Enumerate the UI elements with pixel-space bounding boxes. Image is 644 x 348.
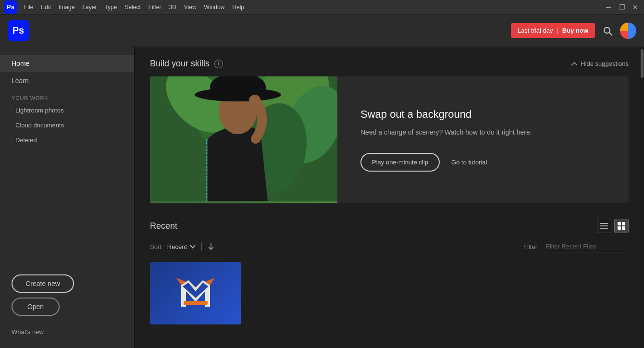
main-header: Ps Last trial day | Buy now (0, 14, 644, 47)
go-to-tutorial-button[interactable]: Go to tutorial (451, 159, 487, 166)
sidebar: Home Learn YOUR WORK Lightroom photos Cl… (0, 47, 135, 348)
section-title-build-skills: Build your skills ℹ (150, 59, 223, 69)
chevron-up-icon (571, 62, 578, 66)
list-view-icon (600, 222, 608, 230)
search-button[interactable] (603, 26, 612, 36)
menu-type[interactable]: Type (100, 0, 121, 14)
svg-rect-24 (184, 301, 208, 305)
menu-file[interactable]: File (20, 0, 37, 14)
info-icon[interactable]: ℹ (214, 60, 223, 68)
sidebar-nav: Home Learn YOUR WORK Lightroom photos Cl… (0, 55, 134, 267)
menu-image[interactable]: Image (55, 0, 78, 14)
svg-rect-15 (600, 225, 608, 226)
sort-down-icon (208, 242, 214, 250)
header-left: Ps (8, 20, 35, 41)
sidebar-item-deleted[interactable]: Deleted (0, 133, 134, 148)
sidebar-item-lightroom[interactable]: Lightroom photos (0, 103, 134, 118)
tutorial-actions: Play one-minute clip Go to tutorial (360, 153, 606, 172)
sort-direction-button[interactable] (208, 242, 214, 251)
grid-view-button[interactable] (614, 219, 629, 233)
file-preview-icon (176, 278, 215, 309)
window-controls: ─ ❐ ✕ (604, 2, 640, 12)
svg-rect-17 (618, 222, 621, 225)
menu-layer[interactable]: Layer (78, 0, 100, 14)
menu-window[interactable]: Window (200, 0, 229, 14)
sort-left: Sort Recent (150, 242, 214, 251)
open-button[interactable]: Open (12, 298, 60, 316)
titlebar: Ps File Edit Image Layer Type Select Fil… (0, 0, 644, 14)
grid-view-icon (618, 222, 625, 230)
filter-label: Filter (523, 243, 537, 250)
recent-file-item (150, 262, 241, 324)
recent-files-grid (150, 262, 629, 324)
file-thumb-background (150, 262, 241, 324)
filter-input[interactable] (542, 241, 629, 252)
menu-select[interactable]: Select (121, 0, 144, 14)
scrollbar[interactable] (640, 47, 644, 348)
sort-bar: Sort Recent Filter (150, 241, 629, 252)
menu-filter[interactable]: Filter (145, 0, 165, 14)
trial-button[interactable]: Last trial day | Buy now (511, 23, 595, 38)
main-content: Build your skills ℹ Hide suggestions (135, 47, 644, 348)
tutorial-image-background (150, 76, 337, 203)
sidebar-section-your-work: YOUR WORK (0, 89, 134, 103)
view-toggle (597, 219, 629, 233)
restore-button[interactable]: ❐ (617, 2, 627, 12)
tutorial-person-illustration (150, 76, 337, 201)
menu-view[interactable]: View (180, 0, 200, 14)
app-body: Home Learn YOUR WORK Lightroom photos Cl… (0, 47, 644, 348)
scrollbar-thumb[interactable] (641, 49, 644, 78)
header-right: Last trial day | Buy now (511, 23, 636, 39)
tutorial-image (150, 76, 337, 203)
chevron-down-icon (190, 245, 196, 249)
sort-value: Recent (167, 243, 187, 250)
search-icon (603, 26, 612, 36)
tutorial-title: Swap out a background (360, 108, 606, 121)
tutorial-card: Swap out a background Need a change of s… (150, 76, 629, 203)
svg-line-1 (609, 33, 612, 35)
play-clip-button[interactable]: Play one-minute clip (360, 153, 440, 172)
sort-label: Sort (150, 243, 161, 250)
svg-point-13 (249, 95, 260, 106)
sidebar-bottom: What's new (0, 323, 134, 340)
svg-point-0 (604, 27, 610, 33)
menu-help[interactable]: Help (228, 0, 248, 14)
trial-separator: | (557, 27, 558, 34)
titlebar-menu: Ps File Edit Image Layer Type Select Fil… (4, 0, 248, 14)
sidebar-item-cloud[interactable]: Cloud documents (0, 118, 134, 133)
minimize-button[interactable]: ─ (604, 2, 613, 12)
svg-rect-16 (600, 228, 608, 229)
whats-new-link[interactable]: What's new (12, 328, 123, 336)
list-view-button[interactable] (597, 219, 611, 233)
ps-logo: Ps (8, 20, 29, 41)
sort-divider (201, 242, 202, 251)
sidebar-item-learn[interactable]: Learn (0, 72, 134, 89)
close-button[interactable]: ✕ (631, 2, 640, 12)
create-new-button[interactable]: Create new (12, 274, 74, 293)
sidebar-action-buttons: Create new Open (0, 267, 134, 323)
svg-rect-14 (600, 223, 608, 224)
recent-header: Recent (150, 219, 629, 233)
filter-area: Filter (523, 241, 629, 252)
menu-edit[interactable]: Edit (37, 0, 55, 14)
avatar[interactable] (620, 23, 636, 39)
build-skills-header: Build your skills ℹ Hide suggestions (150, 59, 629, 69)
build-skills-title: Build your skills (150, 59, 210, 69)
learn-label: Learn (12, 77, 29, 85)
svg-rect-18 (622, 222, 625, 225)
svg-rect-20 (622, 226, 625, 230)
sidebar-item-home[interactable]: Home (0, 55, 134, 72)
trial-text: Last trial day (518, 27, 553, 34)
tutorial-description: Need a change of scenery? Watch how to d… (360, 127, 606, 137)
svg-rect-19 (618, 226, 621, 230)
ps-icon-small: Ps (4, 0, 17, 14)
sort-select[interactable]: Recent (167, 243, 196, 250)
file-thumbnail[interactable] (150, 262, 241, 324)
hide-suggestions-label: Hide suggestions (581, 60, 629, 67)
home-label: Home (12, 60, 29, 67)
menu-3d[interactable]: 3D (165, 0, 180, 14)
recent-title: Recent (150, 221, 177, 231)
tutorial-info: Swap out a background Need a change of s… (337, 76, 629, 203)
hide-suggestions-button[interactable]: Hide suggestions (571, 60, 629, 67)
buy-now-link[interactable]: Buy now (562, 27, 588, 34)
